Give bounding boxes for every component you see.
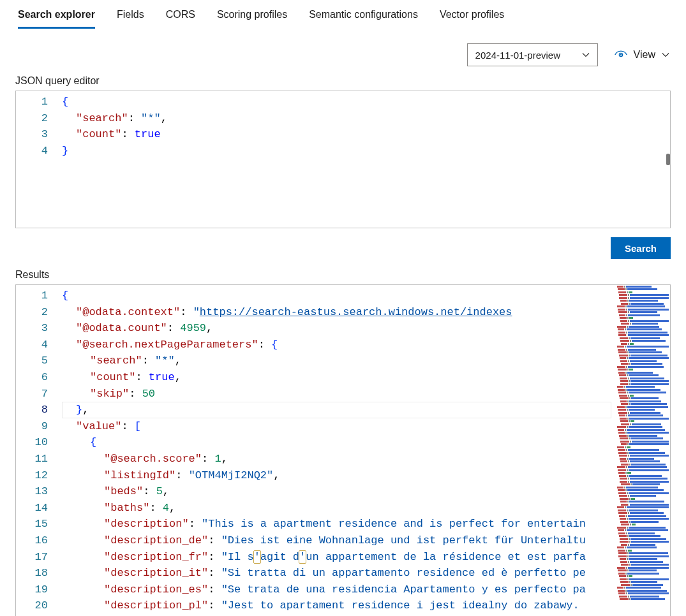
tab-semantic-configurations[interactable]: Semantic configurations	[309, 5, 418, 28]
results-label: Results	[0, 268, 686, 284]
scrollbar-thumb[interactable]	[666, 154, 670, 165]
results-gutter: 123456789101112131415161718192021	[16, 285, 62, 616]
chevron-down-icon	[582, 51, 590, 59]
tab-cors[interactable]: CORS	[166, 5, 195, 28]
tab-vector-profiles[interactable]: Vector profiles	[440, 5, 504, 28]
json-query-editor[interactable]: 1234 {"search": "*","count": true}	[15, 91, 671, 228]
results-code[interactable]: {"@odata.context": "https://search-eastu…	[62, 285, 611, 616]
tab-fields[interactable]: Fields	[117, 5, 144, 28]
tab-search-explorer[interactable]: Search explorer	[18, 5, 95, 29]
view-eye-icon	[615, 50, 627, 59]
toolbar: 2024-11-01-preview View	[0, 28, 686, 74]
query-editor-label: JSON query editor	[0, 74, 686, 91]
api-version-dropdown[interactable]: 2024-11-01-preview	[467, 43, 598, 66]
svg-point-1	[620, 54, 621, 55]
tab-scoring-profiles[interactable]: Scoring profiles	[217, 5, 287, 28]
minimap[interactable]	[611, 285, 670, 616]
api-version-value: 2024-11-01-preview	[475, 50, 560, 61]
tab-bar: Search explorerFieldsCORSScoring profile…	[0, 0, 686, 28]
query-code[interactable]: {"search": "*","count": true}	[62, 91, 670, 161]
query-gutter: 1234	[16, 91, 62, 161]
view-label: View	[634, 49, 655, 61]
view-button[interactable]: View	[615, 49, 669, 61]
results-editor[interactable]: 123456789101112131415161718192021 {"@oda…	[15, 284, 671, 616]
chevron-down-icon	[662, 51, 669, 59]
search-button[interactable]: Search	[611, 237, 671, 259]
